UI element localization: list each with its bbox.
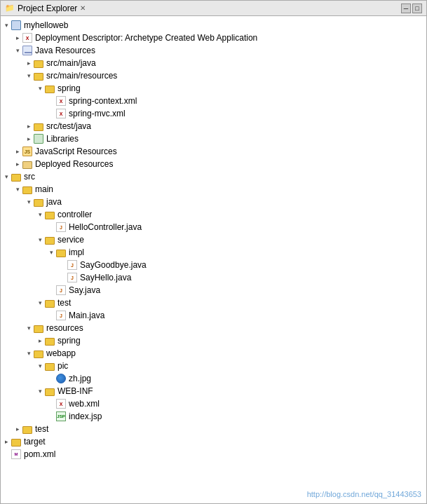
- libraries-icon: [34, 134, 43, 144]
- tree-arrow[interactable]: [47, 374, 55, 383]
- folder-icon: [45, 86, 55, 93]
- tree-arrow[interactable]: ▸: [13, 425, 22, 433]
- tree-item[interactable]: ▸XDeployment Descriptor: Archetype Creat…: [1, 32, 426, 44]
- tree-item[interactable]: JSayHello.java: [1, 271, 426, 284]
- tree-item-label: Deployed Resources: [35, 159, 113, 169]
- tree-arrow[interactable]: [2, 450, 11, 458]
- tree-item[interactable]: ▸src/main/java: [1, 57, 426, 69]
- tree-item[interactable]: ▸src/test/java: [1, 120, 426, 132]
- tree-item[interactable]: ▾main: [1, 183, 426, 196]
- tree-item[interactable]: ▾Java Resources: [1, 44, 426, 57]
- tree-arrow[interactable]: ▸: [2, 437, 11, 446]
- tree-container[interactable]: ▾myhelloweb▸XDeployment Descriptor: Arch…: [1, 16, 426, 503]
- tree-arrow[interactable]: ▸: [25, 122, 33, 130]
- tree-item-label: JavaScript Resources: [35, 147, 117, 156]
- tree-arrow[interactable]: [58, 273, 67, 282]
- tree-item[interactable]: ▾WEB-INF: [1, 385, 426, 397]
- tree-item-label: SayGoodbye.java: [80, 260, 147, 270]
- tree-arrow[interactable]: [47, 400, 55, 408]
- tree-arrow[interactable]: ▸: [36, 336, 44, 345]
- tree-item[interactable]: ▾src/main/resources: [1, 69, 426, 82]
- tree-arrow[interactable]: ▾: [25, 324, 33, 332]
- tree-arrow[interactable]: ▸: [25, 59, 33, 67]
- title-bar-left: 📁 Project Explorer ✕: [5, 4, 86, 13]
- tree-item[interactable]: ▸JSJavaScript Resources: [1, 145, 426, 158]
- tree-item[interactable]: ▸spring: [1, 334, 426, 347]
- tree-item[interactable]: ▾resources: [1, 322, 426, 334]
- java-icon: J: [56, 311, 66, 320]
- tree-item[interactable]: zh.jpg: [1, 372, 426, 385]
- js-resources-icon: JS: [22, 147, 32, 156]
- tree-arrow[interactable]: ▾: [47, 248, 55, 257]
- tree-item-label: spring: [57, 83, 81, 93]
- tree-arrow[interactable]: ▸: [13, 147, 22, 156]
- panel-title: Project Explorer: [18, 4, 77, 13]
- tree-item[interactable]: ▾spring: [1, 82, 426, 95]
- tree-arrow[interactable]: ▸: [25, 135, 33, 143]
- tree-arrow[interactable]: ▾: [36, 362, 44, 370]
- tree-item-label: src/main/java: [46, 58, 96, 68]
- tree-item[interactable]: ▸target: [1, 435, 426, 448]
- tree-arrow[interactable]: ▾: [36, 387, 44, 395]
- xml-icon: X: [56, 399, 66, 409]
- tree-arrow[interactable]: ▾: [25, 71, 33, 80]
- tree-item-label: src/main/resources: [46, 71, 117, 81]
- tree-item[interactable]: ▾service: [1, 233, 426, 246]
- title-bar-right[interactable]: ─ □: [401, 4, 422, 13]
- tree-item[interactable]: JMain.java: [1, 309, 426, 322]
- tree-arrow[interactable]: ▾: [2, 21, 11, 29]
- tree-arrow[interactable]: [47, 223, 55, 231]
- tree-arrow[interactable]: [47, 109, 55, 118]
- folder-icon: [45, 363, 55, 371]
- tree-item[interactable]: ▾impl: [1, 246, 426, 259]
- tree-item[interactable]: JSay.java: [1, 284, 426, 297]
- folder-icon: [11, 174, 21, 182]
- tree-arrow[interactable]: [58, 261, 67, 269]
- tree-item-label: resources: [46, 323, 83, 333]
- tree-arrow[interactable]: [47, 97, 55, 105]
- tree-arrow[interactable]: ▾: [36, 236, 44, 244]
- tree-item[interactable]: JSPindex.jsp: [1, 410, 426, 423]
- tree-arrow[interactable]: ▾: [13, 185, 22, 193]
- tree-arrow[interactable]: ▾: [36, 210, 44, 219]
- tree-item-label: Deployment Descriptor: Archetype Created…: [35, 33, 257, 43]
- tree-arrow[interactable]: ▾: [36, 84, 44, 93]
- tree-item[interactable]: ▸test: [1, 423, 426, 435]
- tree-item[interactable]: Xspring-context.xml: [1, 95, 426, 107]
- folder-icon: [45, 300, 55, 308]
- tree-item[interactable]: ▾pic: [1, 360, 426, 372]
- tree-arrow[interactable]: ▾: [13, 46, 22, 55]
- folder-icon: [45, 237, 55, 245]
- tree-arrow[interactable]: ▸: [13, 160, 22, 168]
- folder-icon: [34, 123, 43, 131]
- tree-item[interactable]: ▾webapp: [1, 347, 426, 360]
- tree-item[interactable]: ▸Deployed Resources: [1, 158, 426, 170]
- xml-icon: X: [22, 33, 32, 43]
- tree-item[interactable]: Mpom.xml: [1, 448, 426, 461]
- tree-item-label: webapp: [46, 348, 76, 358]
- tree-item[interactable]: JHelloController.java: [1, 221, 426, 233]
- tree-item[interactable]: ▾src: [1, 170, 426, 183]
- java-resources-icon: [22, 46, 32, 55]
- tree-item[interactable]: ▾test: [1, 297, 426, 309]
- tree-item[interactable]: ▾java: [1, 196, 426, 208]
- tree-item[interactable]: JSayGoodbye.java: [1, 259, 426, 271]
- maximize-button[interactable]: □: [412, 4, 422, 13]
- tree-arrow[interactable]: ▾: [2, 172, 11, 181]
- folder-icon: [45, 388, 55, 396]
- image-icon: [56, 374, 66, 383]
- tree-arrow[interactable]: [47, 286, 55, 294]
- tree-arrow[interactable]: [47, 311, 55, 320]
- tree-arrow[interactable]: ▾: [25, 198, 33, 206]
- tree-item[interactable]: Xweb.xml: [1, 397, 426, 410]
- tree-arrow[interactable]: ▾: [36, 299, 44, 307]
- tree-item-label: HelloController.java: [69, 222, 142, 232]
- tree-arrow[interactable]: ▾: [25, 349, 33, 357]
- tree-arrow[interactable]: [47, 412, 55, 421]
- tree-item[interactable]: ▾myhelloweb: [1, 19, 426, 32]
- tree-item[interactable]: ▾controller: [1, 208, 426, 221]
- minimize-button[interactable]: ─: [401, 4, 411, 13]
- tree-item[interactable]: Xspring-mvc.xml: [1, 107, 426, 120]
- tree-item[interactable]: ▸Libraries: [1, 132, 426, 145]
- tree-arrow[interactable]: ▸: [13, 34, 22, 42]
